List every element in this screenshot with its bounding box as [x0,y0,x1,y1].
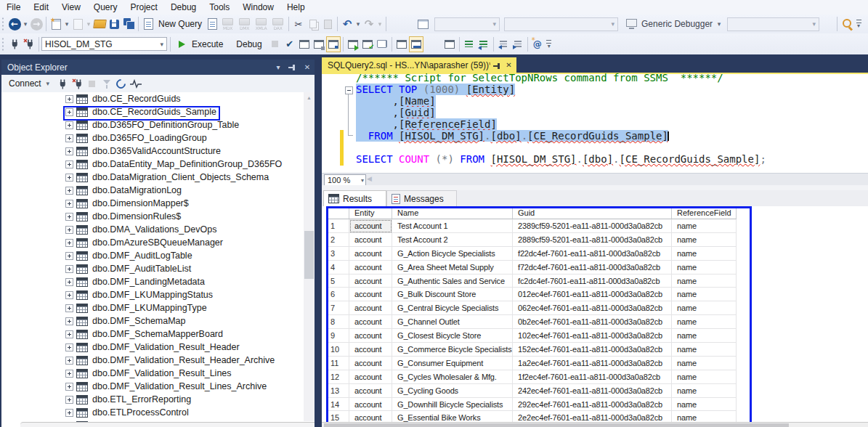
row-number-cell[interactable]: 2 [328,233,349,247]
grid-cell[interactable]: account [349,315,392,329]
grid-cell[interactable]: Test Account 2 [392,233,513,247]
tab-messages[interactable]: Messages [386,190,457,206]
specify-template-values-icon[interactable] [530,36,545,52]
grid-cell[interactable]: G_Cycling Goods [392,384,513,398]
disconnect-icon[interactable] [70,76,85,92]
grid-cell[interactable]: f22dc4ef-7601-ea11-a811-000d3a0a82cb [513,247,672,261]
debugger-target-icon[interactable] [624,16,638,32]
debug-button[interactable]: Debug [233,39,264,49]
new-query-icon[interactable] [141,16,155,32]
save-all-icon[interactable] [121,16,136,32]
grid-cell[interactable]: 062ec4ef-7601-ea11-a811-000d3a0a82cb [513,301,672,315]
grid-cell[interactable]: name [672,357,737,370]
new-project-icon[interactable] [49,16,63,32]
object-explorer-hscrollbar[interactable] [20,422,315,427]
deployment-target-combo[interactable] [434,17,500,31]
tree-item[interactable]: dbo.DataMigration_Client_Objects_Schema [1,171,304,184]
grid-cell[interactable]: name [672,315,737,329]
row-number-cell[interactable]: 13 [328,384,349,398]
results-to-file-icon[interactable] [442,36,457,52]
activity-monitor-icon[interactable] [129,76,143,92]
open-file-icon[interactable] [92,16,107,32]
redo-dropdown[interactable] [376,16,384,32]
tree-item[interactable]: dbo.DMF_LKUMappingType [1,301,304,314]
tab-close-icon[interactable] [503,58,515,73]
grid-cell[interactable]: name [672,247,737,261]
include-live-statistics-icon[interactable] [360,36,375,52]
filter-icon[interactable] [100,76,114,92]
code-line[interactable]: SELECT COUNT (*) FROM [HISOL_DM_STG].[db… [356,153,868,165]
expand-icon[interactable] [65,409,73,417]
find-icon[interactable] [840,16,854,32]
expand-icon[interactable] [65,343,73,351]
client-statistics-icon[interactable] [375,36,389,52]
toolbar-overflow-2[interactable] [545,36,553,52]
expand-icon[interactable] [65,226,73,234]
query-options-icon[interactable] [312,36,326,52]
grid-cell[interactable]: 1a2ec4ef-7601-ea11-a811-000d3a0a82cb [513,357,672,370]
results-hscrollbar[interactable] [322,422,868,427]
menu-query[interactable]: Query [87,0,124,15]
expand-icon[interactable] [65,252,73,260]
new-project-dropdown[interactable] [63,16,70,32]
redo-icon[interactable] [362,16,376,32]
connect-icon[interactable] [56,76,70,92]
grid-cell[interactable]: G_Bulk Discount Store [392,288,513,301]
sql-editor[interactable]: /****** Script for SelectTopNRows comman… [322,74,868,173]
column-header-entity[interactable]: Entity [349,207,392,219]
expand-icon[interactable] [65,147,73,155]
grid-cell[interactable]: name [672,343,737,357]
grid-cell[interactable]: name [672,288,737,301]
copy-icon[interactable] [306,16,320,32]
row-number-cell[interactable]: 5 [328,274,349,288]
paste-icon[interactable] [320,16,335,32]
expand-icon[interactable] [65,213,73,221]
grid-cell[interactable]: account [349,233,392,247]
column-header-name[interactable]: Name [392,207,513,219]
menu-view[interactable]: View [55,0,87,15]
grid-cell[interactable]: name [672,219,737,233]
scroll-up-arrow[interactable]: ▲ [304,92,315,103]
add-item-icon[interactable] [70,16,85,32]
code-line[interactable]: ,[Name] [356,95,868,107]
nav-back-dropdown[interactable] [22,16,29,32]
tree-item[interactable]: dbo.DMF_Validation_Result_Lines_Archive [1,380,304,393]
expand-icon[interactable] [65,304,73,312]
menu-project[interactable]: Project [124,0,164,15]
grid-cell[interactable]: account [349,357,392,370]
menu-edit[interactable]: Edit [27,0,55,15]
execute-icon[interactable] [174,36,189,52]
grid-cell[interactable]: G_Central Bicycle Specialists [392,301,513,315]
generic-debugger-label[interactable]: Generic Debugger [638,19,715,29]
expand-icon[interactable] [65,357,73,365]
grid-cell[interactable]: G_Action Bicycle Specialists [392,247,513,261]
save-icon[interactable] [107,16,121,32]
code-line[interactable] [356,142,868,153]
xmla-query-icon[interactable]: XMLA [253,16,269,32]
tab-results[interactable]: Results [323,190,386,206]
tree-item[interactable]: dbo.DimensionRules$ [1,210,304,223]
menu-debug[interactable]: Debug [164,0,203,15]
row-number-cell[interactable]: 6 [328,288,349,301]
row-number-cell[interactable]: 8 [328,315,349,329]
tree-item[interactable]: dbo.D365ValidAccountStructure [1,145,304,158]
grid-cell[interactable]: f72dc4ef-7601-ea11-a811-000d3a0a82cb [513,261,672,274]
grid-cell[interactable]: name [672,261,737,274]
document-tab[interactable]: SQLQuery2.sql - HS...YN\aparasher (59))* [322,57,516,73]
grid-cell[interactable]: name [672,384,737,398]
tab-pin-icon[interactable] [490,58,503,73]
add-item-dropdown[interactable] [85,16,92,32]
tree-item[interactable]: dbo.DMF_Validation_Result_Header_Archive [1,354,304,367]
grid-cell[interactable]: name [672,301,737,315]
new-query-button[interactable]: New Query [155,19,205,29]
decrease-indent-icon[interactable] [496,36,511,52]
expand-icon[interactable] [65,121,73,129]
tree-item[interactable]: dbo.DMF_LKUMappingStatus [1,288,304,301]
row-number-cell[interactable]: 7 [328,301,349,315]
tree-item[interactable]: dbo.DimensionMapper$ [1,197,304,210]
tree-item[interactable]: dbo.DMF_SchemaMapperBoard [1,328,304,341]
stop-icon[interactable] [268,36,283,52]
grid-cell[interactable]: account [349,301,392,315]
expand-icon[interactable] [65,174,73,182]
tree-item[interactable]: dbo.DmAzureSBQueueManager [1,236,304,249]
